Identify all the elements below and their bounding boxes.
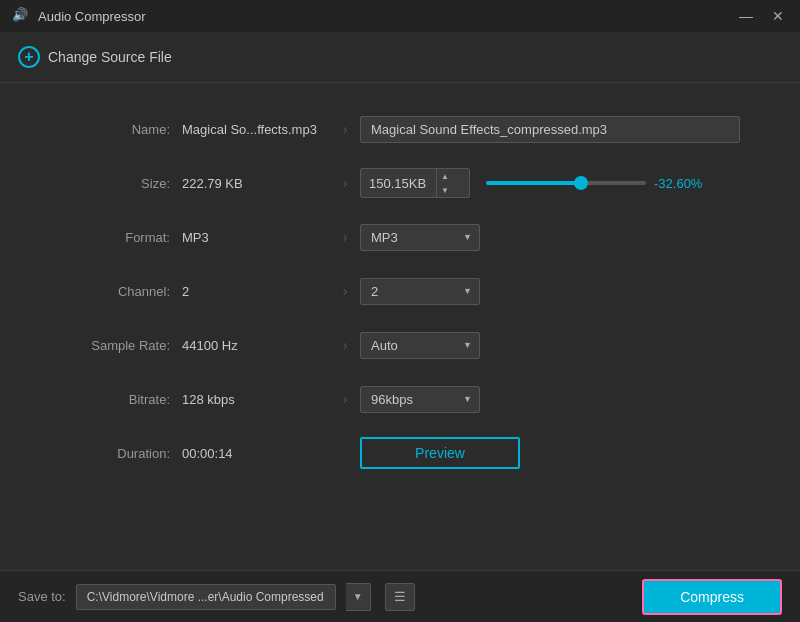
samplerate-arrow-icon: › [330, 337, 360, 353]
bitrate-source: 128 kbps [170, 392, 330, 407]
channel-select[interactable]: 1 2 [360, 278, 480, 305]
duration-source: 00:00:14 [170, 446, 330, 461]
size-percent-label: -32.60% [654, 176, 702, 191]
main-content: Name: Magical So...ffects.mp3 › Size: 22… [0, 83, 800, 511]
change-source-button[interactable]: + Change Source File [18, 46, 782, 68]
size-row: Size: 222.79 KB › ▲ ▼ -32.60% [60, 167, 740, 199]
samplerate-label: Sample Rate: [60, 338, 170, 353]
bitrate-target: 32kbps 48kbps 64kbps 96kbps 128kbps 192k… [360, 386, 740, 413]
size-arrow-icon: › [330, 175, 360, 191]
format-select[interactable]: MP3 AAC WAV OGG FLAC [360, 224, 480, 251]
samplerate-select-wrap: Auto 8000 Hz 16000 Hz 22050 Hz 44100 Hz … [360, 332, 480, 359]
app-icon: 🔊 [12, 7, 30, 25]
title-bar: 🔊 Audio Compressor — ✕ [0, 0, 800, 32]
spinner-up-button[interactable]: ▲ [437, 169, 453, 183]
format-select-wrap: MP3 AAC WAV OGG FLAC [360, 224, 480, 251]
minimize-button[interactable]: — [736, 9, 756, 23]
folder-button[interactable]: ☰ [385, 583, 415, 611]
save-path-input[interactable] [76, 584, 336, 610]
format-row: Format: MP3 › MP3 AAC WAV OGG FLAC [60, 221, 740, 253]
size-slider[interactable] [486, 181, 646, 185]
format-arrow-icon: › [330, 229, 360, 245]
name-input[interactable] [360, 116, 740, 143]
samplerate-row: Sample Rate: 44100 Hz › Auto 8000 Hz 160… [60, 329, 740, 361]
name-target [360, 116, 740, 143]
format-label: Format: [60, 230, 170, 245]
bottom-bar: Save to: ▼ ☰ Compress [0, 570, 800, 622]
name-source: Magical So...ffects.mp3 [170, 122, 330, 137]
format-target: MP3 AAC WAV OGG FLAC [360, 224, 740, 251]
size-label: Size: [60, 176, 170, 191]
spinner-down-button[interactable]: ▼ [437, 183, 453, 197]
channel-label: Channel: [60, 284, 170, 299]
size-input-wrap: ▲ ▼ [360, 168, 470, 198]
size-spinners: ▲ ▼ [436, 169, 453, 197]
bitrate-arrow-icon: › [330, 391, 360, 407]
change-source-label: Change Source File [48, 49, 172, 65]
save-path-dropdown-button[interactable]: ▼ [346, 583, 371, 611]
window-controls: — ✕ [736, 9, 788, 23]
size-slider-wrap: -32.60% [486, 176, 740, 191]
close-button[interactable]: ✕ [768, 9, 788, 23]
size-target: ▲ ▼ -32.60% [360, 168, 740, 198]
app-title: Audio Compressor [38, 9, 736, 24]
channel-row: Channel: 2 › 1 2 [60, 275, 740, 307]
name-row: Name: Magical So...ffects.mp3 › [60, 113, 740, 145]
bitrate-select[interactable]: 32kbps 48kbps 64kbps 96kbps 128kbps 192k… [360, 386, 480, 413]
top-area: + Change Source File [0, 32, 800, 83]
bitrate-select-wrap: 32kbps 48kbps 64kbps 96kbps 128kbps 192k… [360, 386, 480, 413]
samplerate-target: Auto 8000 Hz 16000 Hz 22050 Hz 44100 Hz … [360, 332, 740, 359]
add-icon: + [18, 46, 40, 68]
bitrate-row: Bitrate: 128 kbps › 32kbps 48kbps 64kbps… [60, 383, 740, 415]
duration-label: Duration: [60, 446, 170, 461]
format-source: MP3 [170, 230, 330, 245]
name-label: Name: [60, 122, 170, 137]
compress-button[interactable]: Compress [642, 579, 782, 615]
save-to-label: Save to: [18, 589, 66, 604]
name-arrow-icon: › [330, 121, 360, 137]
channel-arrow-icon: › [330, 283, 360, 299]
size-source: 222.79 KB [170, 176, 330, 191]
samplerate-select[interactable]: Auto 8000 Hz 16000 Hz 22050 Hz 44100 Hz … [360, 332, 480, 359]
channel-select-wrap: 1 2 [360, 278, 480, 305]
bitrate-label: Bitrate: [60, 392, 170, 407]
size-input[interactable] [361, 171, 436, 196]
channel-source: 2 [170, 284, 330, 299]
duration-target: Preview [360, 437, 740, 469]
preview-button[interactable]: Preview [360, 437, 520, 469]
duration-row: Duration: 00:00:14 Preview [60, 437, 740, 469]
samplerate-source: 44100 Hz [170, 338, 330, 353]
channel-target: 1 2 [360, 278, 740, 305]
